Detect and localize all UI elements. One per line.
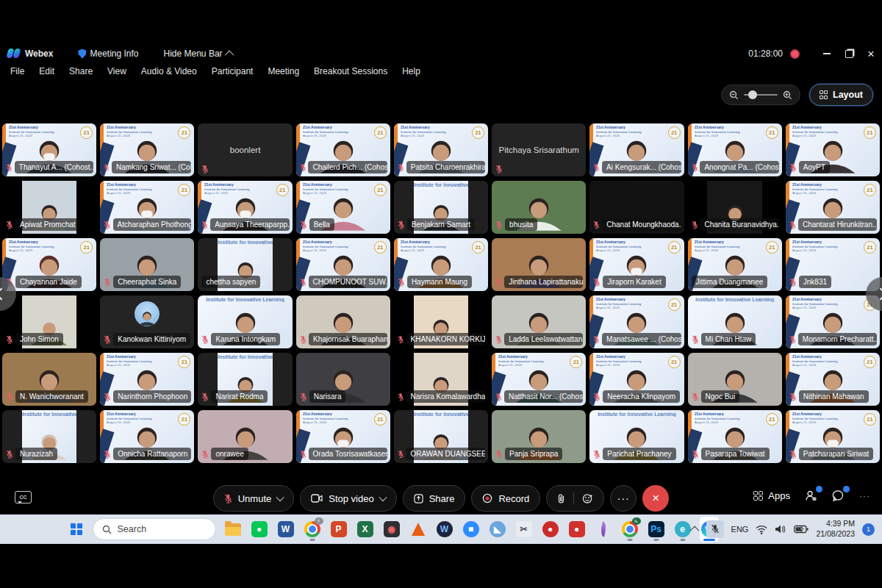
participant-tile[interactable]: 21st AnniversaryInstitute for Innovative… [589,353,684,406]
participant-tile[interactable]: N. Wanichworanant [2,353,96,406]
taskbar-photoshop-icon[interactable]: Ps [647,517,666,542]
participant-tile[interactable]: 21st AnniversaryInstitute for Innovative… [394,123,488,176]
chat-panel-button[interactable] [832,490,845,502]
participant-tile[interactable]: Narisra Komalawardha... [394,353,488,406]
participant-tile[interactable]: 21st AnniversaryInstitute for Innovative… [589,238,684,291]
chevron-down-icon[interactable] [379,493,387,501]
participant-tile[interactable]: Apiwat Promchat [2,181,96,234]
tray-muted-mic-icon[interactable] [706,520,724,538]
wifi-icon[interactable] [756,525,767,534]
start-button[interactable] [71,523,82,535]
notification-count-badge[interactable]: 1 [862,523,875,536]
chevron-down-icon[interactable] [276,493,284,501]
participant-tile[interactable]: onrawee [198,410,292,463]
participant-tile[interactable]: 21st AnniversaryInstitute for Innovative… [100,123,194,176]
menu-share[interactable]: Share [62,65,100,78]
unmute-button[interactable]: Unmute [213,485,295,512]
more-options-button[interactable]: ··· [610,485,637,512]
participant-tile[interactable]: Panja Sriprapa [492,410,586,463]
restore-button[interactable] [838,45,860,62]
taskbar-chrome-profile-icon[interactable]: IL [620,517,639,542]
participant-tile[interactable]: Institute for Innovative LearningKaruna … [198,295,292,348]
close-window-button[interactable]: ✕ [860,45,882,62]
participant-tile[interactable]: boonlert [198,123,292,176]
participant-tile[interactable]: 21st AnniversaryInstitute for Innovative… [198,181,292,234]
participant-tile[interactable]: Institute for Innovative LearningParicha… [589,410,684,463]
taskbar-line-icon[interactable]: ● [250,517,269,542]
participant-tile[interactable]: 21st AnniversaryInstitute for Innovative… [394,238,488,291]
taskbar-powerpoint-icon[interactable]: P [329,517,348,542]
menu-view[interactable]: View [100,65,134,78]
menu-help[interactable]: Help [395,65,428,78]
taskbar-vlc-icon[interactable] [409,517,428,542]
taskbar-search-input[interactable]: Search [93,518,216,540]
hide-menu-bar-button[interactable]: Hide Menu Bar [164,49,234,59]
participant-tile[interactable]: Jinthana Lapirattanakul [492,238,586,291]
participant-tile[interactable]: 21st AnniversaryInstitute for Innovative… [100,181,194,234]
participant-tile[interactable]: 21st AnniversaryInstitute for Innovative… [100,353,194,406]
participant-tile[interactable]: 21st AnniversaryInstitute for Innovative… [688,410,782,463]
participant-tile[interactable]: KHANAKORN KORKIJ... [394,295,488,348]
taskbar-file-explorer-icon[interactable] [223,517,243,542]
taskbar-webex-dark-icon[interactable]: W [435,517,454,542]
taskbar-zoom-icon[interactable]: ■ [462,517,481,542]
taskbar-quill-app-icon[interactable] [594,517,613,542]
participant-tile[interactable]: 21st AnniversaryInstitute for Innovative… [688,238,782,291]
participant-tile[interactable]: 21st AnniversaryInstitute for Innovative… [786,295,880,348]
participant-tile[interactable]: 21st AnniversaryInstitute for Innovative… [589,123,684,176]
participant-tile[interactable]: 21st AnniversaryInstitute for Innovative… [786,181,880,234]
participant-tile[interactable]: 21st AnniversaryInstitute for Innovative… [2,123,96,176]
volume-icon[interactable] [775,524,786,534]
taskbar-excel-icon[interactable]: X [356,517,375,542]
stop-video-button[interactable]: Stop video [300,485,396,512]
paperclip-icon[interactable] [557,493,565,504]
layout-button[interactable]: Layout [809,84,873,106]
participant-tile[interactable]: 21st AnniversaryInstitute for Innovative… [786,353,880,406]
leave-meeting-button[interactable]: × [642,485,669,512]
menu-audio-video[interactable]: Audio & Video [134,65,204,78]
participant-tile[interactable]: 21st AnniversaryInstitute for Innovative… [492,353,586,406]
participant-tile[interactable]: 21st AnniversaryInstitute for Innovative… [296,123,390,176]
taskbar-photos-icon[interactable]: ◣ [488,517,507,542]
participant-tile[interactable]: Narisara [296,353,390,406]
share-button[interactable]: Share [403,485,466,512]
participant-tile[interactable]: Institute for Innovative LearningBenjaka… [394,181,488,234]
taskbar-word-icon[interactable]: W [276,517,295,542]
menu-meeting[interactable]: Meeting [260,65,306,78]
overflow-dots[interactable]: ··· [859,491,870,501]
participant-tile[interactable]: 21st AnniversaryInstitute for Innovative… [100,410,194,463]
zoom-out-icon[interactable] [729,90,739,100]
zoom-slider-control[interactable] [721,85,800,105]
participant-tile[interactable]: Ngoc Bui [688,353,782,406]
participant-tile[interactable]: Pitchaya Srisarathum [492,123,586,176]
zoom-slider-track[interactable] [744,94,778,96]
taskbar-chrome-icon[interactable]: T [303,517,322,542]
meeting-info-button[interactable]: Meeting Info [78,49,138,59]
menu-file[interactable]: File [3,65,32,78]
participant-tile[interactable]: Khajornsak Buaraphan [296,295,390,348]
participant-tile[interactable]: Institute for Innovative LearningNarirat… [198,353,292,406]
participant-tile[interactable]: Cheeraphat Sinka [100,238,194,291]
taskbar-edge-icon[interactable]: e [673,517,692,542]
participants-panel-button[interactable] [805,490,817,502]
taskbar-adobe-cc-icon[interactable]: ◉ [382,517,401,542]
participant-tile[interactable]: Chanita Buranavidhya... [688,181,782,234]
participant-tile[interactable]: 21st AnniversaryInstitute for Innovative… [786,410,880,463]
participant-tile[interactable]: Institute for Innovative Learningchettha… [198,238,292,291]
participant-tile[interactable]: Institute for Innovative LearningORAWAN … [394,410,488,463]
participant-tile[interactable]: John Simon [2,295,96,348]
participant-tile[interactable]: 21st AnniversaryInstitute for Innovative… [688,123,782,176]
reactions-smiley-icon[interactable] [582,493,593,504]
participant-tile[interactable]: 21st AnniversaryInstitute for Innovative… [786,123,880,176]
zoom-in-icon[interactable] [783,90,792,100]
language-indicator[interactable]: ENG [731,525,749,534]
participant-tile[interactable]: 21st AnniversaryInstitute for Innovative… [2,238,96,291]
taskbar-snipping-tool-icon[interactable]: ✂ [514,517,534,542]
participant-tile[interactable]: Kanokwan Kittiniyom [100,295,194,348]
taskbar-clock[interactable]: 4:39 PM21/08/2023 [816,519,855,539]
participant-tile[interactable]: 21st AnniversaryInstitute for Innovative… [296,238,390,291]
participant-tile[interactable]: bhusita [492,181,586,234]
menu-edit[interactable]: Edit [32,65,62,78]
participant-tile[interactable]: Chanat Moungkhaoda... [589,181,684,234]
participant-tile[interactable]: Institute for Innovative LearningNuraziz… [2,410,96,463]
